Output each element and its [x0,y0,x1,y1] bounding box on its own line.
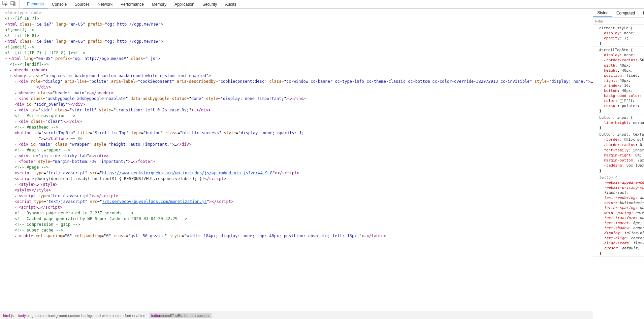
dom-tree-line[interactable]: <script>…</script> [0,205,593,210]
dom-tree-line[interactable]: <!-- super cache --> [0,227,593,233]
dom-tree-line[interactable]: <div id="main" class="wrapper" style="he… [0,142,593,147]
style-property[interactable]: line-height: normal; [599,120,644,125]
dom-tree-line[interactable]: <ins class="adsbygoogle adsbygoogle-noab… [0,96,593,102]
style-property[interactable]: height: 40px; [599,68,644,73]
style-rule[interactable]: gfg.min.css?ver=7.7:2button, input {line… [593,114,644,131]
style-property[interactable]: display: none; [599,52,644,58]
tab-elements[interactable]: Elements [23,0,48,8]
dom-tree-line[interactable]: <!-- Dynamic page generated in 2.237 sec… [0,210,593,216]
dom-tree-line[interactable]: <script>jQuery(document).ready(function(… [0,176,593,182]
style-property[interactable]: display: inline-block; [599,231,644,236]
tab-audits[interactable]: Audits [221,0,240,8]
dom-tree-line[interactable]: <div role="dialog" aria-live="polite" ar… [0,79,593,90]
style-property[interactable]: background-color: rgb(153,153,153); [599,93,644,98]
style-property[interactable]: width: 40px; [599,63,644,68]
dom-tree-line[interactable]: <!--[if IE 7]> [0,16,593,22]
tab-styles[interactable]: Styles [593,9,612,17]
dom-tree-line[interactable]: <html class="ie ie8" lang="en-US" prefix… [0,39,593,44]
rule-selector[interactable]: element.style { [599,26,644,31]
dom-tree-line[interactable]: <style>…</style> [0,182,593,187]
styles-filter-input[interactable] [593,19,644,23]
dom-tree-line[interactable]: <script type="text/javascript">…</script… [0,193,593,199]
style-property[interactable]: padding: 8px 10px; [599,163,644,168]
style-property[interactable]: text-align: center; [599,236,644,241]
dom-tree-line[interactable]: <![endif]--> [0,44,593,50]
dom-tree-line[interactable]: <div id="sidr" class="sidr left" style="… [0,107,593,113]
style-rule[interactable]: user agent stylesheetbutton {-webkit-app… [593,174,644,257]
dom-tree[interactable]: <!doctype html><!--[if IE 7]><html class… [0,9,593,312]
tab-application[interactable]: Application [170,0,198,8]
style-property[interactable]: text-rendering: auto; [599,195,644,200]
dom-tree-line[interactable]: <!-- #main .wrapper --> [0,147,593,153]
dom-tree-line[interactable]: <div class="clear">…</div> [0,119,593,125]
tab-performance[interactable]: Performance [117,0,148,8]
rule-selector[interactable]: button, input { [599,115,644,120]
dom-tree-line[interactable]: <!-- #site-navigation --> [0,113,593,119]
dom-tree-line[interactable]: <div id="gfg-side-sticky-tab">…</div> [0,153,593,159]
inspect-element-icon[interactable] [2,1,8,7]
dom-tree-line[interactable]: <!doctype html> [0,10,593,16]
tab-memory[interactable]: Memory [148,0,170,8]
styles-rules-body[interactable]: element.style {display: none;opacity: 1;… [593,25,644,319]
style-property[interactable]: border-radius: 0; [599,142,644,148]
rule-selector[interactable]: button { [599,175,644,180]
dom-tree-line[interactable]: <header class="header--main">…</header> [0,90,593,96]
style-property[interactable]: text-indent: 0px; [599,220,644,225]
tab-security[interactable]: Security [198,0,221,8]
style-property[interactable]: opacity: 1; [599,36,644,41]
style-property[interactable]: text-transform: none; [599,215,644,220]
dom-tree-line[interactable]: <table cellspacing="0" cellpadding="0" c… [0,233,593,239]
dom-tree-line[interactable]: <footer style="margin-bottom:-3% !import… [0,159,593,165]
style-property[interactable]: margin-right: 0%; [599,153,644,158]
rule-selector[interactable]: #scrollTopBtn { [599,47,644,52]
dom-tree-line[interactable]: <style></style> [0,187,593,193]
style-property[interactable]: -webkit-appearance: button; [599,180,644,185]
dom-tree-line[interactable]: <!-- Compression = gzip --> [0,222,593,227]
dom-tree-line[interactable]: <head>…</head> [0,67,593,73]
style-property[interactable]: color: buttontext; [599,200,644,205]
tab-event-listeners[interactable]: Event Listeners [639,9,644,17]
style-property[interactable]: right: 40px; [599,78,644,83]
bc-button[interactable]: button#scrollTopBtn.btn.btn-success [150,313,212,318]
dom-tree-line[interactable]: <!--<![endif]--> [0,62,593,67]
style-property[interactable]: cursor: default; [599,246,644,251]
style-rule[interactable]: gfg.min.css?ver=7.7:2button, input, text… [593,131,644,174]
style-property[interactable]: z-index: 10; [599,83,644,88]
dom-tree-line[interactable]: <!-- #page --> [0,165,593,170]
style-property[interactable]: bottom: 40px; [599,88,644,93]
device-toggle-icon[interactable] [10,1,16,7]
dom-tree-line[interactable]: <!--[if !(IE 7) | !(IE 8) ]><!--> [0,50,593,56]
dom-tree-line[interactable]: <div id="sidr_overlay"></div> [0,102,593,107]
dom-tree-line[interactable]: <!-- #masthead --> [0,125,593,130]
dom-tree-line[interactable]: <button id="scrollTopBtn" title="Scroll … [0,130,593,142]
dom-tree-line[interactable]: <script type="text/javascript" src="//m.… [0,199,593,205]
style-property[interactable]: letter-spacing: normal; [599,205,644,210]
dom-tree-line[interactable]: <script type="text/javascript" src="http… [0,170,593,176]
dom-tree-line[interactable]: <html lang="en-US" prefix="og: http://og… [0,56,593,62]
bc-html[interactable]: html.js [3,314,14,318]
style-property[interactable]: margin-bottom: 7px; [599,158,644,163]
style-rule[interactable]: element.style {display: none;opacity: 1;… [593,25,644,47]
dom-tree-line[interactable]: <body class="blog custom-background cust… [0,73,593,79]
style-property[interactable]: display: none; [599,31,644,36]
style-property[interactable]: cursor: pointer; [599,103,644,108]
tab-network[interactable]: Network [94,0,117,8]
rule-selector[interactable]: button, input, textarea { [599,132,644,137]
bc-body[interactable]: body.blog.custom-background.custom-backg… [18,314,146,318]
style-property[interactable]: text-shadow: none; [599,225,644,231]
dom-tree-line[interactable]: <html class="ie ie7" lang="en-US" prefix… [0,22,593,27]
style-property[interactable]: border-radius: 50%; [599,58,644,63]
dom-tree-line[interactable]: <!-- Cached page generated by WP-Super-C… [0,216,593,222]
style-property[interactable]: align-items: flex-start; [599,241,644,246]
style-property[interactable]: border: 1px solid #ccc; [599,137,644,142]
dom-tree-line[interactable]: <![endif]--> [0,27,593,33]
dom-tree-line[interactable]: <!--[if IE 8]> [0,33,593,39]
style-property[interactable]: font-family: inherit; [599,148,644,153]
tab-computed[interactable]: Computed [612,9,639,17]
style-property[interactable]: color: #fff; [599,98,644,103]
style-property[interactable]: word-spacing: normal; [599,210,644,215]
style-rule[interactable]: gfg.min.css?ver=7.7:2#scrollTopBtn {disp… [593,47,644,114]
tab-console[interactable]: Console [48,0,71,8]
tab-sources[interactable]: Sources [71,0,94,8]
style-property[interactable]: -webkit-writing-mode: horizontal-tb !imp… [599,185,644,195]
